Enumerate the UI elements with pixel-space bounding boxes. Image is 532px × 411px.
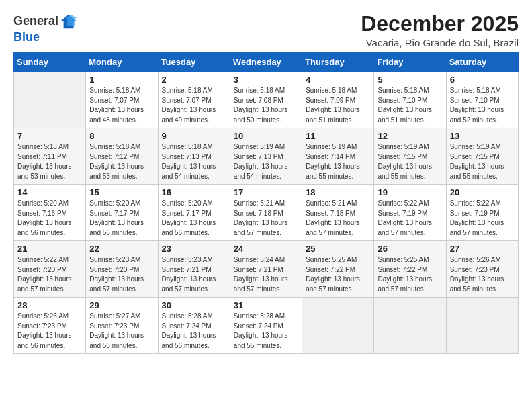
day-number: 28	[17, 300, 82, 310]
logo-general: General	[13, 15, 58, 28]
day-number: 14	[17, 187, 82, 197]
logo-blue: Blue	[13, 30, 40, 44]
day-number: 9	[162, 131, 226, 141]
day-cell: 20Sunrise: 5:22 AM Sunset: 7:19 PM Dayli…	[446, 185, 518, 241]
day-number: 18	[306, 187, 370, 197]
day-info: Sunrise: 5:20 AM Sunset: 7:17 PM Dayligh…	[162, 199, 226, 238]
day-info: Sunrise: 5:25 AM Sunset: 7:22 PM Dayligh…	[378, 255, 442, 294]
day-info: Sunrise: 5:21 AM Sunset: 7:18 PM Dayligh…	[234, 199, 298, 238]
day-info: Sunrise: 5:26 AM Sunset: 7:23 PM Dayligh…	[450, 255, 515, 294]
day-info: Sunrise: 5:24 AM Sunset: 7:21 PM Dayligh…	[234, 255, 298, 294]
day-info: Sunrise: 5:19 AM Sunset: 7:14 PM Dayligh…	[306, 142, 370, 181]
day-cell: 28Sunrise: 5:26 AM Sunset: 7:23 PM Dayli…	[14, 298, 86, 354]
day-cell	[374, 298, 446, 354]
day-cell: 4Sunrise: 5:18 AM Sunset: 7:09 PM Daylig…	[302, 72, 374, 128]
day-number: 7	[17, 131, 82, 141]
day-number: 21	[17, 244, 82, 254]
day-number: 3	[234, 75, 298, 85]
day-info: Sunrise: 5:20 AM Sunset: 7:16 PM Dayligh…	[17, 199, 82, 238]
day-number: 6	[450, 75, 515, 85]
day-number: 10	[234, 131, 298, 141]
col-header-saturday: Saturday	[446, 53, 518, 72]
day-number: 31	[234, 300, 298, 310]
calendar-table: SundayMondayTuesdayWednesdayThursdayFrid…	[13, 52, 519, 354]
col-header-sunday: Sunday	[14, 53, 86, 72]
logo: General Blue	[13, 12, 79, 44]
day-number: 5	[378, 75, 442, 85]
day-cell: 25Sunrise: 5:25 AM Sunset: 7:22 PM Dayli…	[302, 241, 374, 298]
day-info: Sunrise: 5:22 AM Sunset: 7:19 PM Dayligh…	[378, 199, 442, 238]
day-info: Sunrise: 5:18 AM Sunset: 7:09 PM Dayligh…	[306, 86, 370, 125]
day-cell: 26Sunrise: 5:25 AM Sunset: 7:22 PM Dayli…	[374, 241, 446, 298]
day-cell: 31Sunrise: 5:28 AM Sunset: 7:24 PM Dayli…	[230, 298, 302, 354]
col-header-wednesday: Wednesday	[230, 53, 302, 72]
col-header-tuesday: Tuesday	[158, 53, 230, 72]
day-cell: 12Sunrise: 5:19 AM Sunset: 7:15 PM Dayli…	[374, 128, 446, 185]
day-number: 8	[89, 131, 154, 141]
day-info: Sunrise: 5:23 AM Sunset: 7:21 PM Dayligh…	[162, 255, 226, 294]
week-row-4: 21Sunrise: 5:22 AM Sunset: 7:20 PM Dayli…	[14, 241, 519, 298]
col-header-thursday: Thursday	[302, 53, 374, 72]
week-row-1: 1Sunrise: 5:18 AM Sunset: 7:07 PM Daylig…	[14, 72, 519, 128]
day-number: 12	[378, 131, 442, 141]
calendar-body: 1Sunrise: 5:18 AM Sunset: 7:07 PM Daylig…	[14, 72, 519, 354]
day-number: 27	[450, 244, 515, 254]
day-number: 4	[306, 75, 370, 85]
day-cell: 7Sunrise: 5:18 AM Sunset: 7:11 PM Daylig…	[14, 128, 86, 185]
day-cell: 23Sunrise: 5:23 AM Sunset: 7:21 PM Dayli…	[158, 241, 230, 298]
month-title: December 2025	[361, 12, 519, 36]
day-info: Sunrise: 5:20 AM Sunset: 7:17 PM Dayligh…	[89, 199, 154, 238]
day-number: 22	[89, 244, 154, 254]
week-row-5: 28Sunrise: 5:26 AM Sunset: 7:23 PM Dayli…	[14, 298, 519, 354]
col-header-friday: Friday	[374, 53, 446, 72]
day-info: Sunrise: 5:18 AM Sunset: 7:13 PM Dayligh…	[162, 142, 226, 181]
day-cell: 8Sunrise: 5:18 AM Sunset: 7:12 PM Daylig…	[86, 128, 158, 185]
location-title: Vacaria, Rio Grande do Sul, Brazil	[361, 37, 519, 48]
day-cell: 24Sunrise: 5:24 AM Sunset: 7:21 PM Dayli…	[230, 241, 302, 298]
day-info: Sunrise: 5:25 AM Sunset: 7:22 PM Dayligh…	[306, 255, 370, 294]
day-info: Sunrise: 5:23 AM Sunset: 7:20 PM Dayligh…	[89, 255, 154, 294]
day-info: Sunrise: 5:18 AM Sunset: 7:12 PM Dayligh…	[89, 142, 154, 181]
logo-icon	[60, 12, 79, 31]
day-number: 23	[162, 244, 226, 254]
day-number: 19	[378, 187, 442, 197]
day-cell: 17Sunrise: 5:21 AM Sunset: 7:18 PM Dayli…	[230, 185, 302, 241]
day-number: 20	[450, 187, 515, 197]
day-cell: 1Sunrise: 5:18 AM Sunset: 7:07 PM Daylig…	[86, 72, 158, 128]
day-info: Sunrise: 5:19 AM Sunset: 7:13 PM Dayligh…	[234, 142, 298, 181]
day-cell: 9Sunrise: 5:18 AM Sunset: 7:13 PM Daylig…	[158, 128, 230, 185]
day-info: Sunrise: 5:22 AM Sunset: 7:19 PM Dayligh…	[450, 199, 515, 238]
day-cell: 29Sunrise: 5:27 AM Sunset: 7:23 PM Dayli…	[86, 298, 158, 354]
day-cell	[14, 72, 86, 128]
day-info: Sunrise: 5:18 AM Sunset: 7:11 PM Dayligh…	[17, 142, 82, 181]
day-cell: 18Sunrise: 5:21 AM Sunset: 7:18 PM Dayli…	[302, 185, 374, 241]
day-cell: 11Sunrise: 5:19 AM Sunset: 7:14 PM Dayli…	[302, 128, 374, 185]
day-info: Sunrise: 5:19 AM Sunset: 7:15 PM Dayligh…	[450, 142, 515, 181]
day-info: Sunrise: 5:26 AM Sunset: 7:23 PM Dayligh…	[17, 312, 82, 351]
day-number: 24	[234, 244, 298, 254]
day-info: Sunrise: 5:18 AM Sunset: 7:07 PM Dayligh…	[162, 86, 226, 125]
day-info: Sunrise: 5:27 AM Sunset: 7:23 PM Dayligh…	[89, 312, 154, 351]
day-cell	[446, 298, 518, 354]
day-number: 26	[378, 244, 442, 254]
day-number: 16	[162, 187, 226, 197]
day-cell	[302, 298, 374, 354]
day-cell: 21Sunrise: 5:22 AM Sunset: 7:20 PM Dayli…	[14, 241, 86, 298]
header: General Blue December 2025 Vacaria, Rio …	[13, 12, 519, 48]
day-cell: 3Sunrise: 5:18 AM Sunset: 7:08 PM Daylig…	[230, 72, 302, 128]
calendar-header-row: SundayMondayTuesdayWednesdayThursdayFrid…	[14, 53, 519, 72]
day-info: Sunrise: 5:18 AM Sunset: 7:10 PM Dayligh…	[378, 86, 442, 125]
day-info: Sunrise: 5:21 AM Sunset: 7:18 PM Dayligh…	[306, 199, 370, 238]
day-cell: 10Sunrise: 5:19 AM Sunset: 7:13 PM Dayli…	[230, 128, 302, 185]
day-number: 15	[89, 187, 154, 197]
day-cell: 6Sunrise: 5:18 AM Sunset: 7:10 PM Daylig…	[446, 72, 518, 128]
day-cell: 16Sunrise: 5:20 AM Sunset: 7:17 PM Dayli…	[158, 185, 230, 241]
day-info: Sunrise: 5:28 AM Sunset: 7:24 PM Dayligh…	[234, 312, 298, 351]
day-number: 29	[89, 300, 154, 310]
day-cell: 13Sunrise: 5:19 AM Sunset: 7:15 PM Dayli…	[446, 128, 518, 185]
day-number: 13	[450, 131, 515, 141]
day-cell: 19Sunrise: 5:22 AM Sunset: 7:19 PM Dayli…	[374, 185, 446, 241]
day-info: Sunrise: 5:28 AM Sunset: 7:24 PM Dayligh…	[162, 312, 226, 351]
day-info: Sunrise: 5:18 AM Sunset: 7:08 PM Dayligh…	[234, 86, 298, 125]
day-cell: 5Sunrise: 5:18 AM Sunset: 7:10 PM Daylig…	[374, 72, 446, 128]
